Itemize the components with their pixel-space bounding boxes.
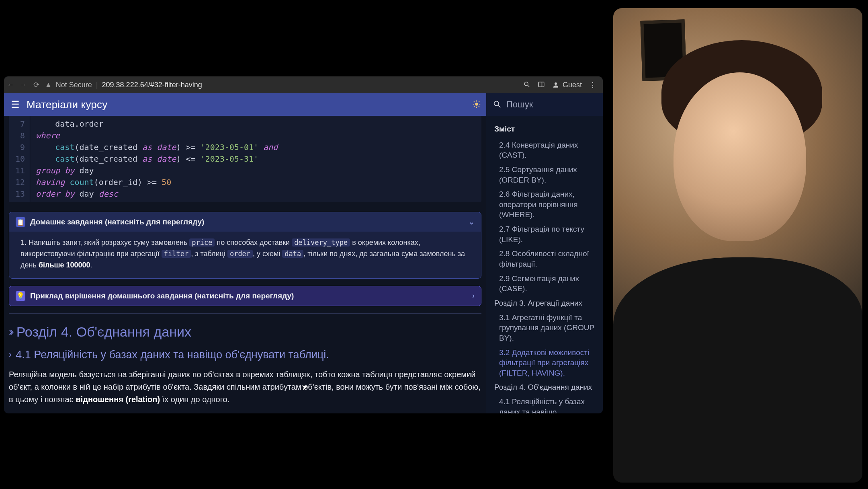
- svg-point-4: [555, 82, 557, 85]
- chevron-right-icon: ›: [9, 349, 12, 360]
- toc-item[interactable]: Розділ 3. Агрегації даних: [494, 298, 596, 308]
- panel-toggle-icon[interactable]: [538, 81, 545, 89]
- toc-title: Зміст: [494, 124, 596, 134]
- person-icon: [552, 81, 559, 88]
- theme-toggle-button[interactable]: [467, 99, 486, 110]
- brightness-icon: [472, 100, 481, 109]
- code-block[interactable]: 78910111213 data.order where cast(date_c…: [9, 116, 481, 202]
- search-input[interactable]: [506, 99, 603, 110]
- svg-point-0: [524, 82, 528, 86]
- svg-line-13: [479, 101, 479, 102]
- assignment-icon: 📋: [16, 217, 25, 227]
- forward-button[interactable]: →: [17, 81, 30, 89]
- reload-button[interactable]: ⟳: [30, 80, 43, 89]
- toc-item[interactable]: 2.6 Фільтрація даних, оператори порівнян…: [499, 189, 596, 220]
- toc-item[interactable]: 2.9 Сегментація даних (CASE).: [499, 273, 596, 294]
- solution-panel-header[interactable]: 💡 Приклад вирішення домашнього завдання …: [9, 286, 481, 306]
- profile-chip[interactable]: Guest: [552, 81, 582, 89]
- toc-item[interactable]: 2.7 Фільтрація по тексту (LIKE).: [499, 224, 596, 244]
- zoom-icon[interactable]: [523, 81, 530, 89]
- search-icon: [493, 99, 502, 110]
- solution-title: Приклад вирішення домашнього завдання (н…: [30, 292, 294, 300]
- toc-sidebar: Зміст 2.4 Конвертація даних (CAST).2.5 С…: [486, 116, 603, 413]
- url-text: 209.38.222.64/#32-filter-having: [102, 81, 202, 89]
- svg-line-15: [498, 105, 501, 108]
- chevron-right-icon: ›: [472, 292, 475, 300]
- address-bar[interactable]: ▲ Not Secure | 209.38.222.64/#32-filter-…: [45, 81, 517, 89]
- svg-line-1: [528, 85, 529, 87]
- presenter-face: [674, 72, 806, 241]
- main-content: 78910111213 data.order where cast(date_c…: [4, 116, 486, 413]
- homework-panel: 📋 Домашнє завдання (натисніть для перегл…: [9, 212, 481, 279]
- toc-item[interactable]: 3.2 Додаткові можливості фільтрації при …: [499, 347, 596, 378]
- double-chevron-icon: ››: [9, 325, 12, 338]
- svg-line-12: [474, 106, 475, 107]
- presenter-torso: [613, 257, 862, 483]
- toc-item[interactable]: Розділ 4. Об'єднання даних: [494, 382, 596, 392]
- toc-item[interactable]: 4.1 Реляційність у базах даних та навіщо…: [499, 397, 596, 413]
- homework-panel-header[interactable]: 📋 Домашнє завдання (натисніть для перегл…: [9, 212, 481, 232]
- divider: [9, 313, 481, 314]
- paragraph-1: Реляційна модель базується на зберіганні…: [9, 368, 481, 406]
- not-secure-label: Not Secure: [56, 81, 92, 89]
- page-title: Матеріали курсу: [27, 99, 107, 111]
- overflow-menu-icon[interactable]: ⋮: [589, 80, 596, 89]
- browser-toolbar: ← → ⟳ ▲ Not Secure | 209.38.222.64/#32-f…: [4, 76, 603, 93]
- toc-item[interactable]: 2.4 Конвертація даних (CAST).: [499, 140, 596, 160]
- toc-item[interactable]: 3.1 Агрегатні функції та групування дани…: [499, 312, 596, 343]
- browser-window: ← → ⟳ ▲ Not Secure | 209.38.222.64/#32-f…: [4, 76, 603, 413]
- homework-body: 1. Напишіть запит, який розрахує суму за…: [9, 232, 481, 278]
- hamburger-menu-button[interactable]: ☰: [4, 99, 27, 110]
- search-box[interactable]: [486, 93, 603, 116]
- solution-panel: 💡 Приклад вирішення домашнього завдання …: [9, 286, 481, 306]
- svg-point-5: [475, 103, 478, 106]
- presenter-video: [613, 8, 862, 483]
- homework-title: Домашнє завдання (натисніть для перегляд…: [30, 218, 204, 226]
- code-gutter: 78910111213: [9, 116, 30, 202]
- code-lines: data.order where cast(date_created as da…: [30, 116, 283, 202]
- back-button[interactable]: ←: [4, 81, 17, 89]
- section-4-heading[interactable]: ›› Розділ 4. Об'єднання даних: [9, 324, 481, 340]
- svg-line-11: [479, 106, 479, 107]
- svg-rect-2: [538, 82, 544, 87]
- chevron-down-icon: ⌄: [469, 218, 475, 226]
- not-secure-icon: ▲: [45, 81, 52, 89]
- svg-line-10: [474, 101, 475, 102]
- app-header: ☰ Матеріали курсу: [4, 93, 603, 116]
- profile-label: Guest: [563, 81, 582, 89]
- paragraph-2: Навчальна база даних цього курсу є типов…: [9, 413, 481, 413]
- svg-point-14: [494, 101, 499, 106]
- subsection-4-1-heading[interactable]: › 4.1 Реляційність у базах даних та наві…: [9, 349, 481, 361]
- toc-item[interactable]: 2.5 Сортування даних (ORDER BY).: [499, 164, 596, 185]
- lightbulb-icon: 💡: [16, 291, 25, 301]
- toc-item[interactable]: 2.8 Особливості складної фільтрації.: [499, 249, 596, 269]
